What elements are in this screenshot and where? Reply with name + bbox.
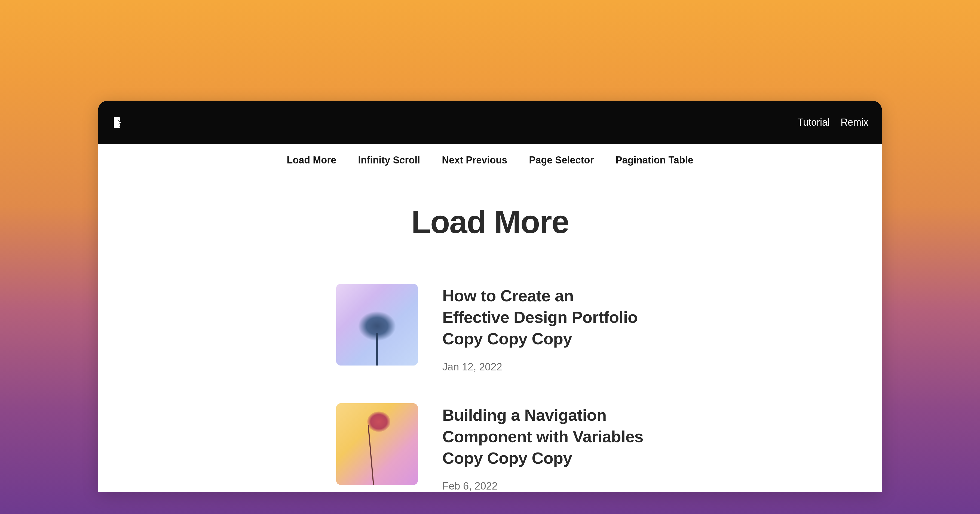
tab-page-selector[interactable]: Page Selector	[529, 154, 594, 166]
post-list: How to Create an Effective Design Portfo…	[336, 284, 644, 492]
tab-next-previous[interactable]: Next Previous	[442, 154, 507, 166]
post-content: Building a Navigation Component with Var…	[442, 403, 644, 492]
post-content: How to Create an Effective Design Portfo…	[442, 284, 644, 373]
page-title: Load More	[411, 203, 569, 240]
content-area: Load More How to Create an Effective Des…	[98, 176, 882, 492]
nav-link-tutorial[interactable]: Tutorial	[797, 117, 830, 128]
tab-nav: Load More Infinity Scroll Next Previous …	[98, 144, 882, 176]
tab-infinity-scroll[interactable]: Infinity Scroll	[358, 154, 420, 166]
tab-load-more[interactable]: Load More	[286, 154, 336, 166]
post-item[interactable]: Building a Navigation Component with Var…	[336, 403, 644, 492]
post-item[interactable]: How to Create an Effective Design Portfo…	[336, 284, 644, 373]
nav-link-remix[interactable]: Remix	[841, 117, 869, 128]
post-title: How to Create an Effective Design Portfo…	[442, 285, 644, 350]
post-title: Building a Navigation Component with Var…	[442, 405, 644, 469]
logo-icon[interactable]	[111, 115, 126, 130]
post-thumbnail	[336, 284, 418, 365]
post-date: Jan 12, 2022	[442, 361, 644, 373]
post-date: Feb 6, 2022	[442, 480, 644, 492]
post-thumbnail	[336, 403, 418, 485]
browser-window: Tutorial Remix Load More Infinity Scroll…	[98, 101, 882, 492]
tab-pagination-table[interactable]: Pagination Table	[616, 154, 693, 166]
top-bar: Tutorial Remix	[98, 101, 882, 144]
top-nav: Tutorial Remix	[797, 117, 869, 128]
